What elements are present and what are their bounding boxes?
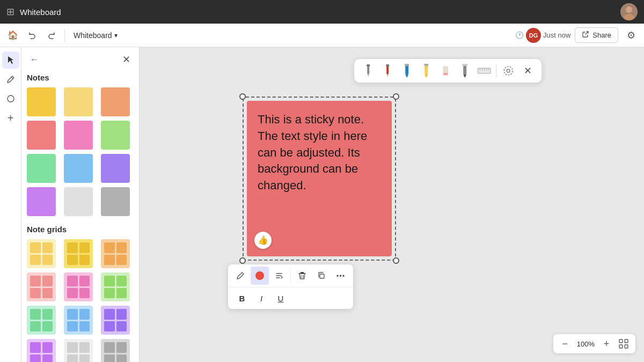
svg-rect-32	[320, 274, 324, 278]
settings-button[interactable]: ⚙	[623, 27, 640, 44]
svg-rect-34	[625, 339, 628, 343]
app-title: Whiteboard	[20, 8, 61, 17]
note-grid-magenta[interactable]	[64, 272, 93, 301]
svg-rect-20	[443, 73, 448, 75]
svg-line-5	[11, 77, 13, 79]
zoom-fit-button[interactable]	[616, 336, 631, 351]
back-button[interactable]: ←	[27, 54, 42, 65]
note-swatch-green[interactable]	[101, 121, 130, 150]
note-swatch-orange[interactable]	[101, 87, 130, 116]
pen-toolbar-close[interactable]: ✕	[520, 63, 535, 78]
toolbar-right: 🕐 DG Just now Share ⚙	[515, 27, 640, 44]
top-bar: ⊞ Whiteboard	[0, 0, 644, 24]
sticky-note-text: This is a sticky note. The text style in…	[258, 113, 367, 192]
note-grid-orange[interactable]	[101, 239, 130, 268]
note-swatch-lavender[interactable]	[27, 187, 56, 216]
thumbs-up-icon[interactable]: 👍	[254, 232, 272, 249]
note-swatch-blue[interactable]	[64, 154, 93, 183]
home-button[interactable]: 🏠	[4, 27, 21, 44]
undo-button[interactable]	[24, 27, 41, 44]
note-swatch-pink[interactable]	[27, 121, 56, 150]
eraser-icon[interactable]	[438, 63, 453, 78]
zoom-out-button[interactable]: −	[558, 336, 573, 351]
bold-button[interactable]: B	[233, 290, 251, 307]
avatar[interactable]	[620, 3, 638, 20]
pen-tool-button[interactable]	[2, 71, 19, 88]
pencil-2-icon[interactable]	[380, 63, 395, 78]
note-swatch-magenta[interactable]	[64, 121, 93, 150]
redo-button[interactable]	[43, 27, 60, 44]
format-button[interactable]	[270, 267, 288, 285]
note-grid-lavender[interactable]	[27, 339, 56, 362]
ctx-sep-1	[290, 269, 291, 282]
canvas-area[interactable]: ✕ This is a sticky note. The text style …	[140, 47, 644, 362]
timestamp: 🕐 DG Just now	[515, 28, 570, 43]
share-button[interactable]: Share	[575, 27, 618, 43]
svg-marker-22	[463, 75, 466, 78]
svg-marker-17	[425, 75, 428, 78]
note-grid-pink[interactable]	[27, 272, 56, 301]
svg-rect-9	[367, 64, 370, 67]
more-button[interactable]: •••	[332, 267, 350, 285]
pen-settings-icon[interactable]	[501, 63, 516, 78]
note-grids-section-title: Note grids	[27, 225, 134, 234]
toolbar-separator	[64, 29, 65, 42]
note-swatch-gray-light[interactable]	[64, 187, 93, 216]
note-swatch-yellow2[interactable]	[64, 87, 93, 116]
zoom-percent: 100%	[575, 340, 597, 348]
handle-bottom-left[interactable]	[239, 257, 246, 264]
note-swatch-purple[interactable]	[101, 154, 130, 183]
note-swatch-yellow[interactable]	[27, 87, 56, 116]
underline-button[interactable]: U	[272, 290, 289, 307]
ruler-icon[interactable]	[477, 63, 492, 78]
note-swatch-gray[interactable]	[101, 187, 130, 216]
note-grid-yellow2[interactable]	[64, 239, 93, 268]
note-grid-gray-light[interactable]	[64, 339, 93, 362]
copy-button[interactable]	[312, 267, 331, 285]
context-toolbar-row2: B I U	[228, 287, 353, 309]
svg-point-30	[504, 67, 513, 75]
note-grid-blue[interactable]	[64, 306, 93, 335]
texture-pen-icon[interactable]	[457, 63, 472, 78]
sticky-note[interactable]: This is a sticky note. The text style in…	[247, 101, 392, 256]
edit-button[interactable]	[231, 267, 250, 285]
zoom-in-button[interactable]: +	[599, 336, 614, 351]
note-grid-green[interactable]	[101, 272, 130, 301]
pencil-1-icon[interactable]	[361, 63, 376, 78]
svg-rect-10	[386, 65, 389, 74]
breadcrumb-label: Whiteboard	[74, 31, 112, 40]
note-grid-purple[interactable]	[101, 306, 130, 335]
notes-grid	[27, 87, 134, 216]
svg-rect-18	[424, 64, 428, 66]
note-grid-gray[interactable]	[101, 339, 130, 362]
shape-tool-button[interactable]	[2, 90, 19, 107]
svg-rect-13	[405, 65, 408, 75]
context-toolbar: ••• B I U	[228, 264, 353, 309]
handle-top-left[interactable]	[239, 93, 246, 100]
breadcrumb[interactable]: Whiteboard ▾	[69, 29, 122, 42]
svg-point-6	[8, 95, 14, 102]
close-panel-button[interactable]: ✕	[119, 53, 134, 67]
svg-point-31	[507, 69, 510, 72]
note-swatch-mint[interactable]	[27, 154, 56, 183]
svg-rect-23	[462, 64, 467, 66]
color-button[interactable]	[251, 267, 269, 285]
note-grid-mint[interactable]	[27, 306, 56, 335]
select-tool-button[interactable]	[2, 51, 19, 69]
context-toolbar-row1: •••	[228, 264, 353, 287]
italic-button[interactable]: I	[253, 290, 270, 307]
user-badge: DG	[526, 28, 541, 43]
note-grid-yellow[interactable]	[27, 239, 56, 268]
svg-marker-14	[405, 75, 408, 78]
handle-top-right[interactable]	[393, 93, 399, 100]
grid-icon[interactable]: ⊞	[6, 6, 14, 18]
side-panel: ← ✕ Notes Note grids	[21, 47, 140, 362]
delete-button[interactable]	[293, 267, 311, 285]
add-tool-button[interactable]: +	[2, 109, 19, 127]
marker-1-icon[interactable]	[399, 63, 414, 78]
left-tools: +	[0, 47, 21, 362]
svg-line-3	[586, 32, 588, 34]
handle-bottom-right[interactable]	[393, 257, 399, 264]
marker-2-icon[interactable]	[419, 63, 434, 78]
chevron-down-icon: ▾	[114, 32, 118, 39]
